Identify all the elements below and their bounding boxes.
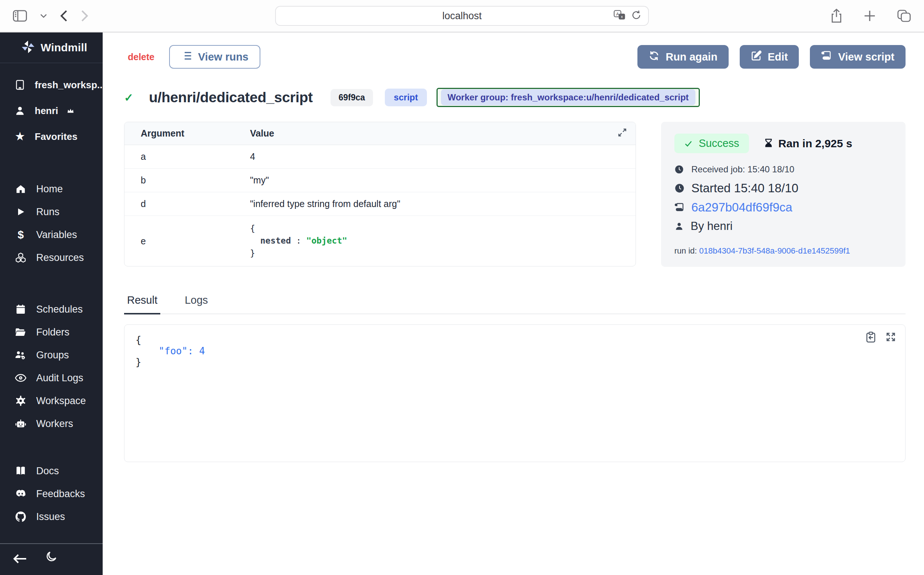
cubes-icon [14, 252, 27, 263]
view-runs-button[interactable]: View runs [169, 45, 260, 69]
sidebar-item-workspace[interactable]: Workspace [0, 389, 103, 412]
sidebar-toggle-icon[interactable] [13, 10, 27, 22]
tab-overview-icon[interactable] [897, 9, 911, 22]
json-brace: } [135, 356, 142, 368]
arguments-table: Argument Value a 4 b "my" [124, 122, 636, 267]
arg-name: a [124, 151, 250, 162]
robot-icon [14, 419, 27, 429]
sidebar: Windmill fresh_worksp... henri [0, 32, 103, 575]
worker-group-badge: Worker group: fresh_workspace:u/henri/de… [441, 89, 695, 105]
sidebar-item-workers[interactable]: Workers [0, 412, 103, 435]
sidebar-item-favorites[interactable]: ★ Favorites [0, 124, 103, 149]
crown-icon [67, 105, 75, 117]
sidebar-item-groups[interactable]: Groups [0, 344, 103, 367]
edit-label: Edit [768, 51, 788, 63]
expand-arguments-icon[interactable] [617, 127, 628, 139]
address-bar[interactable]: localhost A x [275, 6, 649, 26]
chevron-down-icon[interactable] [40, 13, 47, 19]
collapse-sidebar-icon[interactable] [13, 553, 27, 567]
run-author-row: By henri [674, 219, 892, 233]
table-row: b "my" [124, 169, 636, 192]
eye-icon [14, 373, 27, 383]
share-icon[interactable] [830, 8, 843, 23]
user-icon [674, 221, 684, 231]
user-menu[interactable]: henri [0, 98, 103, 124]
job-id-link[interactable]: 6a297b04df69f9ca [691, 200, 792, 214]
hourglass-icon [764, 138, 773, 149]
expand-result-icon[interactable] [885, 331, 896, 343]
column-header-value: Value [250, 128, 636, 139]
nav-label: Resources [36, 252, 84, 264]
new-tab-icon[interactable] [863, 10, 876, 22]
windmill-pinwheel-icon [21, 40, 35, 56]
json-brace: { [250, 224, 255, 233]
discord-icon [14, 489, 27, 499]
play-icon [14, 206, 27, 217]
view-script-button[interactable]: View script [810, 45, 905, 69]
json-colon: : [291, 236, 306, 245]
run-id-row: run id: 018b4304-7b3f-548a-9006-d1e14525… [674, 246, 892, 256]
list-icon [181, 51, 192, 64]
column-header-argument: Argument [124, 128, 250, 139]
windmill-logo[interactable]: Windmill [0, 32, 103, 63]
sidebar-item-runs[interactable]: Runs [0, 200, 103, 223]
result-viewer: { "foo": 4 } [124, 324, 905, 462]
nav-label: Schedules [36, 304, 83, 315]
sidebar-item-home[interactable]: Home [0, 178, 103, 200]
nav-label: Docs [36, 465, 59, 477]
github-icon [14, 511, 27, 522]
page-title: u/henri/dedicated_script [149, 89, 313, 106]
translate-icon[interactable]: A x [613, 10, 626, 22]
folder-open-icon [14, 327, 27, 337]
browser-toolbar: localhost A x [0, 0, 924, 32]
sidebar-item-feedbacks[interactable]: Feedbacks [0, 482, 103, 505]
edit-button[interactable]: Edit [740, 45, 799, 69]
worker-group-box: Worker group: fresh_workspace:u/henri/de… [437, 88, 700, 107]
forward-icon[interactable] [81, 10, 89, 22]
nav-label: Folders [36, 327, 69, 338]
result-logs-tabs: Result Logs [124, 294, 905, 314]
back-icon[interactable] [60, 10, 68, 22]
run-again-button[interactable]: Run again [637, 45, 728, 69]
browser-window-controls [830, 8, 911, 23]
view-runs-label: View runs [198, 51, 248, 63]
nav-label: Workers [36, 418, 73, 430]
nav-label: Home [36, 183, 63, 195]
workspace-switcher[interactable]: fresh_worksp... [0, 72, 103, 98]
nav-label: Workspace [36, 395, 86, 407]
calendar-icon [14, 304, 27, 315]
book-icon [14, 466, 27, 476]
sidebar-item-audit-logs[interactable]: Audit Logs [0, 367, 103, 389]
favorites-label: Favorites [35, 131, 78, 143]
sidebar-item-issues[interactable]: Issues [0, 505, 103, 528]
tab-result[interactable]: Result [124, 294, 160, 315]
duration-text: Ran in 2,925 s [779, 137, 852, 150]
action-bar: delete View runs Run again [124, 45, 905, 69]
svg-text:x: x [621, 15, 623, 19]
sidebar-item-resources[interactable]: Resources [0, 246, 103, 269]
edit-pencil-icon [751, 50, 762, 64]
script-hash-badge[interactable]: 69f9ca [331, 89, 373, 106]
nav-label: Runs [36, 206, 59, 218]
sidebar-item-variables[interactable]: $ Variables [0, 223, 103, 246]
clock-icon [674, 165, 684, 174]
json-string-value: "object" [306, 236, 347, 245]
table-row: a 4 [124, 145, 636, 169]
scroll-icon [674, 202, 685, 213]
check-icon [684, 139, 693, 148]
copy-result-icon[interactable] [865, 331, 876, 343]
result-json: { "foo": 4 } [135, 334, 894, 368]
windmill-logo-text: Windmill [41, 41, 87, 54]
refresh-icon [648, 50, 660, 64]
sidebar-item-schedules[interactable]: Schedules [0, 298, 103, 321]
svg-text:A: A [616, 11, 619, 16]
reload-icon[interactable] [631, 10, 642, 22]
arguments-table-header: Argument Value [124, 122, 636, 145]
arg-value: "my" [250, 175, 636, 186]
sidebar-item-folders[interactable]: Folders [0, 321, 103, 344]
sidebar-item-docs[interactable]: Docs [0, 459, 103, 482]
tab-logs[interactable]: Logs [182, 294, 211, 314]
run-id-link[interactable]: 018b4304-7b3f-548a-9006-d1e1452599f1 [699, 246, 850, 256]
received-job-row: Received job: 15:40 18/10 [674, 164, 892, 175]
delete-button[interactable]: delete [128, 52, 155, 62]
